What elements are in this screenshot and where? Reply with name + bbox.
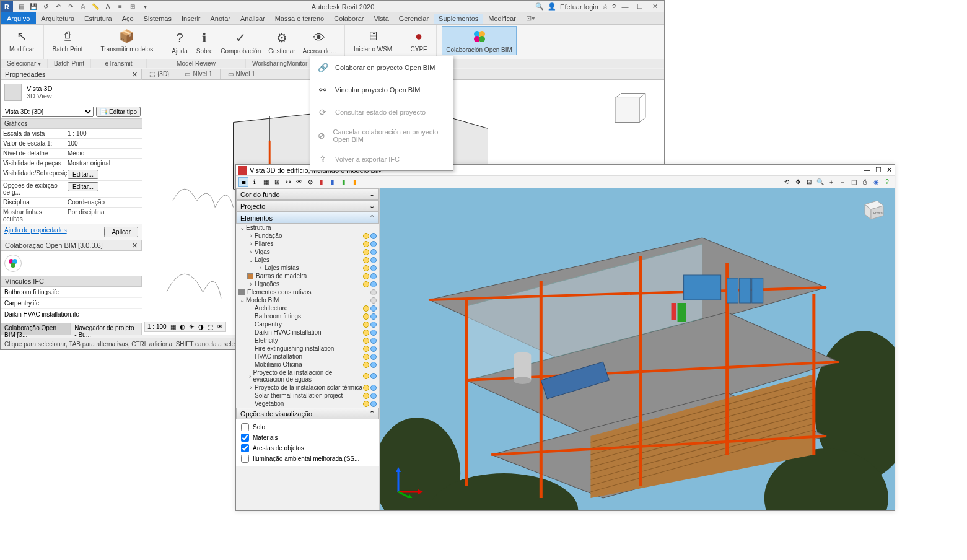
menu-suplementos[interactable]: Suplementos [434, 14, 483, 24]
close-button[interactable]: ✕ [886, 166, 892, 174]
orange-box-icon[interactable]: ▮ [350, 177, 360, 187]
section-projecto[interactable]: Projecto⌄ [236, 200, 379, 212]
tree-bim-item[interactable]: Bathroom fittings [236, 312, 379, 320]
menu-inserir[interactable]: Inserir [177, 14, 206, 24]
green-box-icon[interactable]: ▮ [339, 177, 349, 187]
tree-bim-item[interactable]: HVAC installation [236, 352, 379, 361]
prop-row[interactable]: Nível de detalheMédio [1, 149, 142, 159]
tree-lajes-mistas[interactable]: ›Lajes mistas [236, 264, 379, 272]
footer-tab-navegador[interactable]: Navegador de projeto - Bu... [71, 323, 142, 335]
menu-modificar[interactable]: Modificar [483, 14, 521, 24]
prop-value[interactable]: Editar... [65, 181, 142, 197]
link-icon[interactable]: ⚯ [283, 177, 293, 187]
instance-selector[interactable]: Vista 3D: {3D} [2, 107, 94, 117]
visibility-toggles[interactable] [363, 330, 377, 336]
prop-row[interactable]: Escala da vista1 : 100 [1, 129, 142, 139]
close-button[interactable]: ✕ [649, 2, 660, 12]
info-icon[interactable]: ℹ [250, 177, 260, 187]
ribbon-modificar[interactable]: ↖Modificar [6, 26, 38, 54]
scale-display[interactable]: 1 : 100 [147, 323, 167, 330]
crop-icon[interactable]: ⬚ [208, 323, 213, 330]
close-icon[interactable]: ✕ [132, 71, 138, 79]
tree-barras[interactable]: Barras de madeira [236, 272, 379, 280]
eye-icon[interactable]: 👁 [294, 177, 304, 187]
section-viz[interactable]: Opções de visualização⌃ [236, 408, 379, 419]
blue-box-icon[interactable]: ▮ [328, 177, 338, 187]
edit-button[interactable]: Editar... [68, 182, 98, 191]
viz-checkbox[interactable] [241, 455, 249, 463]
edit-type-button[interactable]: 📑 Editar tipo [96, 107, 141, 117]
viz-checkbox[interactable] [241, 434, 249, 442]
viewcube[interactable]: Frontal [859, 196, 886, 223]
prop-value[interactable]: Coordenação [65, 198, 142, 207]
maximize-button[interactable]: ☐ [875, 166, 882, 174]
dropdown-item[interactable]: ⚯Vincular proyecto Open BIM [310, 79, 453, 101]
viz-option[interactable]: Materiais [241, 432, 374, 443]
tree-ligacoes[interactable]: ›Ligações [236, 280, 379, 288]
viz-checkbox[interactable] [241, 444, 249, 452]
minimize-button[interactable]: — [864, 166, 870, 174]
ifc-link-item[interactable]: Bathroom fittings.ifc [1, 287, 142, 298]
ribbon-gestionar[interactable]: ⚙Gestionar [265, 28, 299, 56]
viz-option[interactable]: Iluminação ambiental melhorada (SS... [241, 453, 374, 464]
zoom-window-icon[interactable]: 🔍 [815, 177, 825, 187]
viz-option[interactable]: Solo [241, 422, 374, 432]
redo-icon[interactable]: ↷ [65, 2, 76, 12]
visibility-toggles[interactable] [363, 393, 377, 399]
menu-estrutura[interactable]: Estrutura [79, 14, 117, 24]
view-control-bar[interactable]: 1 : 100 ▦ ◐ ☀ ◑ ⬚ 👁 [144, 322, 226, 332]
view-tab-nivel1b[interactable]: ▭Nível 1 [221, 69, 263, 79]
ribbon-acerca[interactable]: 👁Acerca de... [299, 28, 339, 56]
tree-bim-item[interactable]: Fire extinguishing installation [236, 344, 379, 352]
tree-modelo-bim[interactable]: ⌄Modelo BIM [236, 296, 379, 304]
favorite-icon[interactable]: ☆ [602, 2, 608, 11]
tree-bim-item[interactable]: Eletricity [236, 336, 379, 344]
shadow-icon[interactable]: ◑ [198, 323, 204, 330]
help-properties-link[interactable]: Ajuda de propriedades [4, 227, 67, 237]
switch-icon[interactable]: ▾ [139, 2, 151, 12]
visibility-toggles[interactable] [363, 338, 377, 344]
search-icon[interactable]: 🔍 [535, 2, 544, 11]
zoom-extents-icon[interactable]: ⊡ [804, 177, 814, 187]
print-icon[interactable]: ⎙ [77, 2, 89, 12]
section-fundo[interactable]: Cor do fundo⌄ [236, 188, 379, 200]
visibility-toggles[interactable] [363, 385, 377, 391]
help-icon[interactable]: ? [612, 3, 616, 11]
prop-row[interactable]: Visibilidade/Sobreposiç...Editar... [1, 168, 142, 181]
menu-massa[interactable]: Massa e terreno [270, 14, 329, 24]
ribbon-cype[interactable]: ●CYPE [406, 26, 431, 54]
tree-bim-item[interactable]: Architecture [236, 304, 379, 312]
tree-lajes[interactable]: ⌄Lajes [236, 256, 379, 264]
login-link[interactable]: Efetuar login [560, 3, 598, 11]
tree-bim-item[interactable]: Vegetation [236, 400, 379, 408]
openbim-panel-icon[interactable] [4, 255, 22, 272]
thin-lines-icon[interactable]: ≡ [115, 2, 126, 12]
ribbon-panel-selecionar[interactable]: Selecionar ▾ [1, 59, 48, 68]
visibility-toggles[interactable] [363, 322, 377, 328]
ifc-link-item[interactable]: Daikin HVAC installation.ifc [1, 309, 142, 320]
menu-overflow-icon[interactable]: ⊡▾ [526, 14, 535, 22]
ribbon-batch-print[interactable]: ⎙Batch Print [49, 26, 87, 54]
ribbon-ajuda[interactable]: ?Ajuda [167, 28, 192, 56]
apply-button[interactable]: Aplicar [104, 227, 138, 237]
view-tab-nivel1a[interactable]: ▭Nível 1 [177, 69, 220, 79]
menu-arquitetura[interactable]: Arquitetura [36, 14, 79, 24]
ribbon-wsm[interactable]: 🖥Iniciar o WSM [350, 26, 396, 54]
prop-value[interactable]: 100 [65, 139, 142, 148]
prop-value[interactable]: Mostrar original [65, 159, 142, 168]
tree-estrutura[interactable]: ⌄Estrutura [236, 224, 379, 232]
prop-row[interactable]: DisciplinaCoordenação [1, 198, 142, 208]
visibility-toggles[interactable] [363, 313, 377, 320]
viz-option[interactable]: Arestas de objetos [241, 443, 374, 453]
menu-gerenciar[interactable]: Gerenciar [394, 14, 434, 24]
file-menu[interactable]: Arquivo [1, 12, 36, 24]
ribbon-transmit[interactable]: 📦Transmitir modelos [97, 26, 157, 54]
help-icon[interactable]: ? [882, 177, 892, 187]
type-selector[interactable]: Vista 3D3D View [1, 80, 142, 105]
tree-vigas[interactable]: ›Vigas [236, 248, 379, 256]
prop-value[interactable]: Médio [65, 149, 142, 158]
sync-icon[interactable]: ↺ [40, 2, 51, 12]
tree-bim-item[interactable]: Mobiliario Oficina [236, 361, 379, 369]
tree-pilares[interactable]: ›Pilares [236, 240, 379, 248]
visibility-toggles[interactable] [363, 373, 377, 379]
